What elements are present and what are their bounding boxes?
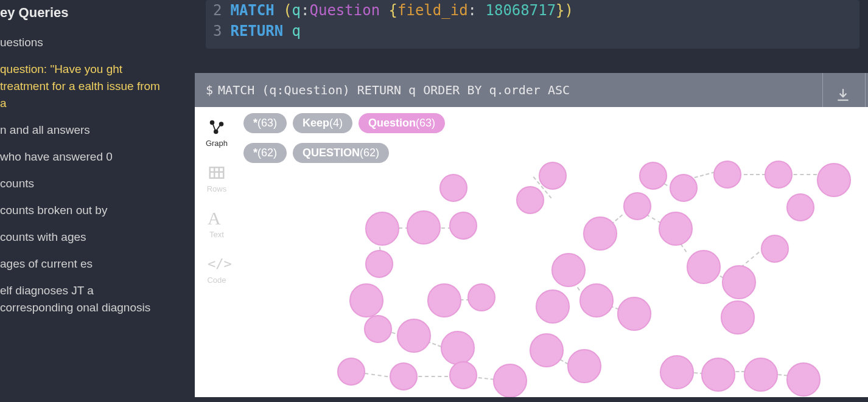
graph-area[interactable]: *(63)Keep(4)Question(63) *(62)QUESTION(6… <box>239 107 868 397</box>
brace-open: { <box>380 2 397 19</box>
sidebar-item-0[interactable]: uestions <box>0 29 164 56</box>
download-icon[interactable] <box>835 81 851 97</box>
graph-node[interactable] <box>765 161 793 189</box>
graph-node[interactable] <box>617 297 651 331</box>
graph-node[interactable] <box>337 358 365 386</box>
graph-node[interactable] <box>659 212 693 246</box>
query-editor[interactable]: 2MATCH (q:Question {field_id: 18068717})… <box>206 0 859 49</box>
graph-node[interactable] <box>670 174 698 202</box>
brace-close: } <box>556 2 564 19</box>
graph-node[interactable] <box>660 355 694 389</box>
paren-open: ( <box>283 2 292 19</box>
colon: : <box>301 2 309 19</box>
graph-node[interactable] <box>722 265 756 299</box>
field-name: field_id <box>397 2 468 19</box>
filter-pill[interactable]: QUESTION(62) <box>293 143 389 163</box>
sidebar-item-3[interactable]: who have answered 0 <box>0 144 164 170</box>
graph-node[interactable] <box>721 300 755 334</box>
sidebar: ey Queries uestionsquestion: "Have you g… <box>0 0 177 402</box>
graph-node[interactable] <box>744 358 778 392</box>
graph-node[interactable] <box>817 163 851 197</box>
view-switcher: Graph Rows A Text </> <box>195 107 239 397</box>
view-label: Rows <box>207 184 227 193</box>
view-code-button[interactable]: </> Code <box>207 255 226 285</box>
graph-node[interactable] <box>449 361 477 389</box>
graph-node[interactable] <box>639 162 667 190</box>
variable: q <box>283 23 301 40</box>
node-label-pills: *(63)Keep(4)Question(63) <box>239 107 868 137</box>
graph-node[interactable] <box>530 333 564 367</box>
variable: q <box>292 2 301 19</box>
view-label: Code <box>207 276 226 285</box>
graph-node[interactable] <box>390 362 418 390</box>
result-panel: $ MATCH (q:Question) RETURN q ORDER BY q… <box>195 73 868 397</box>
svg-line-3 <box>213 124 215 130</box>
filter-pill[interactable]: *(62) <box>243 143 287 163</box>
editor-line-3: 3RETURN q <box>213 21 852 41</box>
graph-node[interactable] <box>493 364 527 397</box>
literal-number: 18068717 <box>486 2 556 19</box>
svg-point-0 <box>210 120 215 125</box>
text-icon: A <box>208 209 226 227</box>
graph-node[interactable] <box>441 331 475 365</box>
graph-icon <box>208 118 226 136</box>
graph-node[interactable] <box>365 212 399 246</box>
graph-node[interactable] <box>467 283 495 311</box>
graph-node[interactable] <box>536 289 570 324</box>
sidebar-item-2[interactable]: n and all answers <box>0 117 164 144</box>
sidebar-item-6[interactable]: counts with ages <box>0 224 164 251</box>
svg-point-2 <box>214 130 219 134</box>
sidebar-item-1[interactable]: question: "Have you ght treatment for a … <box>0 56 164 117</box>
svg-line-4 <box>217 126 220 131</box>
paren-close: ) <box>565 2 573 19</box>
view-graph-button[interactable]: Graph <box>206 118 228 148</box>
code-icon: </> <box>208 255 226 273</box>
graph-node[interactable] <box>365 250 393 278</box>
main-area: 2MATCH (q:Question {field_id: 18068717})… <box>195 0 868 402</box>
sidebar-item-5[interactable]: counts broken out by <box>0 197 164 224</box>
graph-node[interactable] <box>786 362 821 397</box>
graph-node[interactable] <box>786 193 814 221</box>
graph-node[interactable] <box>623 192 651 220</box>
graph-node[interactable] <box>516 186 544 214</box>
graph-node[interactable] <box>539 162 567 190</box>
graph-node[interactable] <box>551 253 586 287</box>
keyword-match: MATCH <box>230 2 274 19</box>
header-divider-right <box>865 73 866 107</box>
graph-node[interactable] <box>687 250 721 284</box>
sidebar-title: ey Queries <box>0 0 164 29</box>
view-label: Text <box>209 230 224 239</box>
graph-node[interactable] <box>579 283 614 317</box>
result-body: Graph Rows A Text </> <box>195 107 868 397</box>
filter-pill[interactable]: Question(63) <box>359 113 445 133</box>
graph-node[interactable] <box>449 212 477 240</box>
graph-node[interactable] <box>349 283 383 317</box>
table-icon <box>208 164 226 182</box>
graph-node[interactable] <box>397 319 431 353</box>
prompt-symbol: $ <box>206 73 213 107</box>
executed-query: MATCH (q:Question) RETURN q ORDER BY q.o… <box>218 73 570 107</box>
graph-node[interactable] <box>364 315 392 343</box>
editor-line-2: 2MATCH (q:Question {field_id: 18068717}) <box>213 0 852 21</box>
line-number: 3 <box>213 23 222 40</box>
sidebar-item-8[interactable]: elf diagnoses JT a corresponding onal di… <box>0 277 164 321</box>
filter-pill[interactable]: *(63) <box>243 113 287 133</box>
result-header: $ MATCH (q:Question) RETURN q ORDER BY q… <box>195 73 868 107</box>
sidebar-item-4[interactable]: counts <box>0 170 164 197</box>
filter-pill[interactable]: Keep(4) <box>293 113 352 133</box>
graph-node[interactable] <box>701 358 735 392</box>
separator: : <box>468 2 486 19</box>
view-text-button[interactable]: A Text <box>208 209 226 239</box>
graph-node[interactable] <box>427 283 461 317</box>
graph-node[interactable] <box>439 174 467 202</box>
graph-node[interactable] <box>407 210 441 244</box>
view-label: Graph <box>206 139 228 148</box>
graph-node[interactable] <box>583 217 617 251</box>
graph-node[interactable] <box>761 235 789 263</box>
view-rows-button[interactable]: Rows <box>207 164 227 193</box>
sidebar-item-7[interactable]: ages of current es <box>0 251 164 277</box>
graph-node[interactable] <box>713 161 741 189</box>
graph-node[interactable] <box>567 349 601 383</box>
graph-canvas[interactable] <box>239 168 868 397</box>
node-label: Question <box>310 2 380 19</box>
